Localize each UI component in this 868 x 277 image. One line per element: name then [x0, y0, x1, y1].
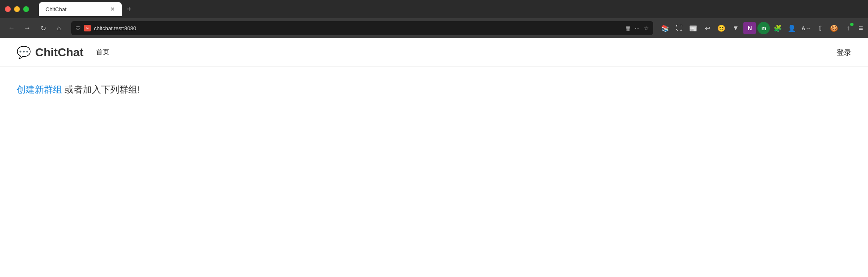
share-icon[interactable]: ⇧	[814, 22, 826, 34]
intro-suffix: 或者加入下列群组!	[62, 84, 140, 95]
app-name: ChitChat	[35, 46, 84, 59]
active-tab[interactable]: ChitChat ✕	[39, 2, 122, 16]
qr-icon[interactable]: ▦	[625, 25, 631, 31]
back-button[interactable]: ←	[5, 21, 18, 35]
nav-links: 首页	[96, 48, 109, 57]
tab-close-icon[interactable]: ✕	[110, 6, 115, 12]
update-icon[interactable]: ↑	[842, 22, 854, 34]
reader-icon[interactable]: 📰	[687, 22, 699, 34]
translate-icon[interactable]: A↔	[800, 22, 812, 34]
undo-icon[interactable]: ↩	[701, 22, 714, 34]
tab-title: ChitChat	[46, 6, 106, 12]
address-bar[interactable]: 🛡 ✂ chitchat.test:8080 ▦ ··· ☆	[71, 21, 653, 35]
nav-home-link[interactable]: 首页	[96, 48, 109, 57]
toolbar: ← → ↻ ⌂ 🛡 ✂ chitchat.test:8080 ▦ ··· ☆ 📚…	[0, 18, 868, 38]
star-icon[interactable]: ☆	[644, 25, 649, 31]
shield-icon: 🛡	[75, 25, 81, 31]
puzzle-icon[interactable]: 🧩	[772, 22, 784, 34]
app-logo[interactable]: 💬 ChitChat	[17, 45, 84, 59]
crop-icon[interactable]: ⛶	[673, 22, 685, 34]
minimize-button[interactable]	[14, 6, 20, 12]
create-group-link[interactable]: 创建新群组	[17, 84, 62, 95]
profile-icon[interactable]: 👤	[786, 22, 798, 34]
main-area: 创建新群组 或者加入下列群组!	[0, 67, 868, 112]
address-icons: ▦ ··· ☆	[625, 25, 649, 31]
cookie-icon[interactable]: 🍪	[828, 22, 840, 34]
more-icon[interactable]: ···	[635, 25, 640, 31]
back-icon: ←	[8, 24, 15, 32]
toolbar-extensions: 📚 ⛶ 📰 ↩ 😊 ▼ N m 🧩 👤 A↔ ⇧ 🍪 ↑	[659, 22, 854, 34]
site-favicon: ✂	[84, 25, 91, 31]
new-tab-button[interactable]: +	[127, 5, 132, 14]
forward-button[interactable]: →	[21, 21, 34, 35]
page-content: 💬 ChitChat 首页 登录 创建新群组 或者加入下列群组!	[0, 38, 868, 274]
login-button[interactable]: 登录	[837, 48, 851, 57]
intro-paragraph: 创建新群组 或者加入下列群组!	[17, 84, 851, 96]
emoji-icon[interactable]: 😊	[715, 22, 728, 34]
user-m-icon[interactable]: m	[757, 22, 770, 34]
library-icon[interactable]: 📚	[659, 22, 671, 34]
reload-icon: ↻	[41, 24, 46, 32]
app-navbar: 💬 ChitChat 首页 登录	[0, 38, 868, 67]
forward-icon: →	[24, 24, 31, 32]
tab-bar: ChitChat ✕ +	[0, 0, 868, 18]
close-button[interactable]	[5, 6, 11, 12]
chat-bubble-icon: 💬	[17, 45, 31, 59]
maximize-button[interactable]	[23, 6, 29, 12]
hamburger-menu[interactable]: ≡	[858, 24, 863, 33]
home-button[interactable]: ⌂	[52, 21, 65, 35]
dropdown-icon[interactable]: ▼	[729, 22, 742, 34]
traffic-lights	[5, 6, 29, 12]
browser-chrome: ChitChat ✕ + ← → ↻ ⌂ 🛡 ✂ chitchat.test:8…	[0, 0, 868, 38]
reload-button[interactable]: ↻	[36, 21, 50, 35]
onenote-icon[interactable]: N	[743, 22, 756, 34]
home-icon: ⌂	[57, 24, 61, 32]
address-text: chitchat.test:8080	[94, 25, 622, 31]
